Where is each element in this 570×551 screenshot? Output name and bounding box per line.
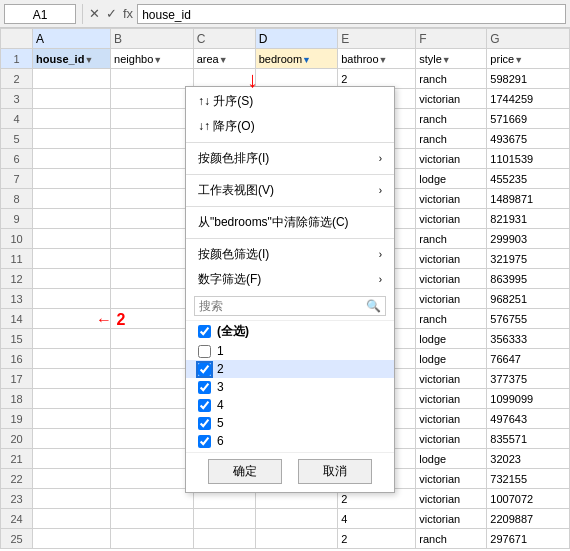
cell-f1[interactable]: style▼ [416, 49, 487, 69]
cell-b12[interactable] [111, 269, 194, 289]
cell-f18[interactable]: victorian [416, 389, 487, 409]
cell-a23[interactable] [33, 489, 111, 509]
cell-a17[interactable] [33, 369, 111, 389]
cell-g9[interactable]: 821931 [487, 209, 570, 229]
col-header-a[interactable]: A [33, 29, 111, 49]
search-icon[interactable]: 🔍 [362, 297, 385, 315]
cell-e1[interactable]: bathroo▼ [338, 49, 416, 69]
cell-d25[interactable] [255, 529, 338, 549]
cell-g13[interactable]: 968251 [487, 289, 570, 309]
cell-f13[interactable]: victorian [416, 289, 487, 309]
cell-a20[interactable] [33, 429, 111, 449]
cell-f4[interactable]: ranch [416, 109, 487, 129]
cell-g7[interactable]: 455235 [487, 169, 570, 189]
cell-f6[interactable]: victorian [416, 149, 487, 169]
cell-f2[interactable]: ranch [416, 69, 487, 89]
cell-a1[interactable]: house_id▼ [33, 49, 111, 69]
cell-b6[interactable] [111, 149, 194, 169]
col-header-d[interactable]: D [255, 29, 338, 49]
cell-f25[interactable]: ranch [416, 529, 487, 549]
cell-a10[interactable] [33, 229, 111, 249]
cell-a16[interactable] [33, 349, 111, 369]
cell-f8[interactable]: victorian [416, 189, 487, 209]
cell-a7[interactable] [33, 169, 111, 189]
cell-g4[interactable]: 571669 [487, 109, 570, 129]
cell-b18[interactable] [111, 389, 194, 409]
cell-g6[interactable]: 1101539 [487, 149, 570, 169]
cell-g23[interactable]: 1007072 [487, 489, 570, 509]
cell-a8[interactable] [33, 189, 111, 209]
cell-a24[interactable] [33, 509, 111, 529]
cell-b15[interactable] [111, 329, 194, 349]
cell-g5[interactable]: 493675 [487, 129, 570, 149]
cell-b21[interactable] [111, 449, 194, 469]
checkbox-4[interactable] [198, 399, 211, 412]
cell-g3[interactable]: 1744259 [487, 89, 570, 109]
formula-input[interactable]: house_id [137, 4, 566, 24]
cell-a14[interactable] [33, 309, 111, 329]
filter-item-5[interactable]: 5 [186, 414, 394, 432]
cell-g8[interactable]: 1489871 [487, 189, 570, 209]
sort-asc-item[interactable]: ↑↓ 升序(S) [186, 89, 394, 114]
cell-b14[interactable] [111, 309, 194, 329]
cell-g15[interactable]: 356333 [487, 329, 570, 349]
search-input[interactable] [195, 297, 362, 315]
cancel-icon[interactable]: ✕ [89, 6, 100, 21]
filter-label-1[interactable]: 1 [217, 344, 224, 358]
cell-f5[interactable]: ranch [416, 129, 487, 149]
cell-g25[interactable]: 297671 [487, 529, 570, 549]
cell-g12[interactable]: 863995 [487, 269, 570, 289]
search-box[interactable]: 🔍 [194, 296, 386, 316]
cell-a13[interactable] [33, 289, 111, 309]
cell-c1[interactable]: area▼ [193, 49, 255, 69]
cell-f7[interactable]: lodge [416, 169, 487, 189]
col-header-e[interactable]: E [338, 29, 416, 49]
cell-f22[interactable]: victorian [416, 469, 487, 489]
cell-g10[interactable]: 299903 [487, 229, 570, 249]
cell-a3[interactable] [33, 89, 111, 109]
cell-f23[interactable]: victorian [416, 489, 487, 509]
cell-f3[interactable]: victorian [416, 89, 487, 109]
cell-e24[interactable]: 4 [338, 509, 416, 529]
cell-a4[interactable] [33, 109, 111, 129]
cell-b10[interactable] [111, 229, 194, 249]
cell-g24[interactable]: 2209887 [487, 509, 570, 529]
filter-label-2[interactable]: 2 [217, 362, 224, 376]
filter-item-1[interactable]: 1 [186, 342, 394, 360]
view-item[interactable]: 工作表视图(V) › [186, 178, 394, 203]
cell-a11[interactable] [33, 249, 111, 269]
cell-d1[interactable]: bedroom▼ [255, 49, 338, 69]
sort-color-item[interactable]: 按颜色排序(I) › [186, 146, 394, 171]
filter-item-2[interactable]: 2 [186, 360, 394, 378]
cancel-button[interactable]: 取消 [298, 459, 372, 484]
cell-b23[interactable] [111, 489, 194, 509]
cell-a21[interactable] [33, 449, 111, 469]
checkbox-2[interactable] [198, 363, 211, 376]
cell-d24[interactable] [255, 509, 338, 529]
cell-b8[interactable] [111, 189, 194, 209]
confirm-button[interactable]: 确定 [208, 459, 282, 484]
cell-reference-box[interactable]: A1 [4, 4, 76, 24]
cell-a15[interactable] [33, 329, 111, 349]
cell-b7[interactable] [111, 169, 194, 189]
cell-b22[interactable] [111, 469, 194, 489]
cell-b11[interactable] [111, 249, 194, 269]
cell-b25[interactable] [111, 529, 194, 549]
cell-g1[interactable]: price▼ [487, 49, 570, 69]
cell-b16[interactable] [111, 349, 194, 369]
cell-a9[interactable] [33, 209, 111, 229]
cell-b9[interactable] [111, 209, 194, 229]
cell-a12[interactable] [33, 269, 111, 289]
filter-item-3[interactable]: 3 [186, 378, 394, 396]
cell-g16[interactable]: 76647 [487, 349, 570, 369]
checkbox-3[interactable] [198, 381, 211, 394]
cell-g19[interactable]: 497643 [487, 409, 570, 429]
cell-g17[interactable]: 377375 [487, 369, 570, 389]
cell-f24[interactable]: victorian [416, 509, 487, 529]
cell-c24[interactable] [193, 509, 255, 529]
cell-a2[interactable] [33, 69, 111, 89]
filter-label-3[interactable]: 3 [217, 380, 224, 394]
cell-c25[interactable] [193, 529, 255, 549]
filter-color-item[interactable]: 按颜色筛选(I) › [186, 242, 394, 267]
sort-desc-item[interactable]: ↓↑ 降序(O) [186, 114, 394, 139]
